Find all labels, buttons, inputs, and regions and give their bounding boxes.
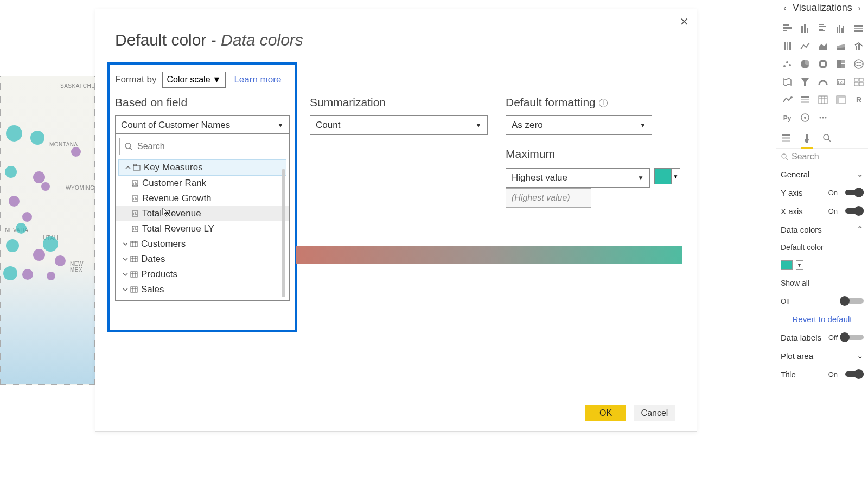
table-icon [129,255,139,263]
viz-more-icon[interactable] [815,110,831,125]
prop-general[interactable]: General⌄ [781,165,864,183]
fields-tab[interactable] [781,133,792,146]
viz-donut-icon[interactable] [815,56,831,72]
viz-kpi-icon[interactable] [780,92,795,107]
search-input[interactable] [137,142,280,151]
info-icon[interactable]: i [599,99,608,107]
tree-label: Customers [141,239,186,249]
viz-stacked-bar-icon[interactable] [780,21,795,36]
measure-icon [130,210,140,217]
tree-measure[interactable]: Customer Rank [116,176,289,191]
tree-table-sales[interactable]: Sales [116,282,289,297]
tree-measure[interactable]: Revenue Growth [116,191,289,206]
tree-measure-total-revenue[interactable]: Total Revenue [116,206,289,221]
based-on-field-select[interactable]: Count of Customer Names ▼ [115,115,290,135]
tree-measure[interactable]: Total Revenue LY [116,221,289,236]
viz-filled-map-icon[interactable] [780,74,795,89]
viz-python-icon[interactable]: Py [780,110,795,125]
prop-plot-area[interactable]: Plot area⌄ [781,346,864,365]
map-bubble [55,255,66,266]
svg-rect-39 [801,26,803,33]
viz-arcgis-icon[interactable] [797,110,813,125]
viz-table-icon[interactable] [815,92,831,107]
color-swatch [781,260,793,270]
max-color-picker[interactable]: ▼ [654,168,680,184]
viz-slicer-icon[interactable] [797,92,813,107]
search-icon [781,153,788,160]
format-tab[interactable] [801,133,812,146]
viz-stacked-area-icon[interactable] [833,38,848,54]
map-viz: SASKATCHEWAN MONTANA WYOMING NEVADA UTAH… [0,76,95,385]
panel-back-button[interactable]: ‹ [780,3,790,14]
prop-data-labels[interactable]: Data labelsOff [781,328,864,346]
svg-rect-94 [782,140,790,142]
conditional-formatting-dialog: ✕ Default color - Data colors Format by … [95,9,697,432]
toggle[interactable] [840,206,864,216]
prop-xaxis[interactable]: X axisOn [781,202,864,220]
close-button[interactable]: ✕ [676,14,692,30]
chevron-down-icon: ⌄ [857,351,864,361]
viz-matrix-icon[interactable] [833,92,848,107]
search-row[interactable] [119,138,285,155]
viz-line-column-icon[interactable] [851,38,866,54]
svg-point-60 [789,64,791,66]
learn-more-link[interactable]: Learn more [234,74,281,85]
tree-table-customers[interactable]: Customers [116,236,289,252]
measure-icon [130,180,140,187]
prop-data-colors[interactable]: Data colors⌃ [781,220,864,239]
prop-yaxis[interactable]: Y axisOn [781,183,864,202]
chevron-up-icon: ⌃ [857,224,864,234]
maximum-select[interactable]: Highest value▼ [506,168,650,188]
maximum-input[interactable]: (Highest value) [506,188,591,208]
search-icon [124,142,133,151]
svg-point-96 [824,134,829,140]
viz-stacked-column-icon[interactable] [797,21,813,36]
svg-point-63 [821,62,825,66]
summarization-select[interactable]: Count▼ [310,115,488,135]
format-search[interactable]: Search [781,152,864,162]
viz-gauge-icon[interactable] [815,74,831,89]
prop-default-color-swatch[interactable]: ▼ [781,256,864,274]
format-by-select[interactable]: Color scale▼ [162,72,226,88]
title-italic: Data colors [221,31,303,49]
tree-label: Key Measures [144,162,203,173]
viz-map-icon[interactable] [851,56,866,72]
viz-card-icon[interactable]: 123 [833,74,848,89]
viz-funnel-icon[interactable] [797,74,813,89]
chevron-down-icon: ⌄ [857,169,864,179]
revert-link[interactable]: Revert to default [781,310,864,328]
viz-line-icon[interactable] [797,38,813,54]
default-formatting-select[interactable]: As zero▼ [506,115,652,135]
svg-rect-50 [854,25,863,27]
tree-table-products[interactable]: Products [116,267,289,282]
viz-100-stacked-bar-icon[interactable] [851,21,866,36]
analytics-tab[interactable] [822,133,833,146]
panel-forward-button[interactable]: › [854,3,865,14]
toggle[interactable] [840,188,864,197]
viz-area-icon[interactable] [815,38,831,54]
viz-r-icon[interactable]: R [851,92,866,107]
viz-multicard-icon[interactable] [851,74,866,89]
toggle[interactable] [840,369,864,379]
tree-label: Total Revenue LY [142,223,214,234]
chevron-down-icon [122,256,129,262]
map-bubble [16,223,27,234]
svg-point-91 [825,117,827,119]
toggle[interactable] [840,296,864,306]
viz-treemap-icon[interactable] [833,56,848,72]
ok-button[interactable]: OK [585,405,626,421]
viz-clustered-bar-icon[interactable] [815,21,831,36]
scrollbar[interactable] [282,169,285,297]
tree-table-dates[interactable]: Dates [116,252,289,267]
viz-pie-icon[interactable] [797,56,813,72]
viz-clustered-column-icon[interactable] [833,21,848,36]
prop-show-all-toggle[interactable]: Off [781,292,864,310]
table-icon [129,271,139,278]
toggle[interactable] [840,332,864,342]
cancel-button[interactable]: Cancel [634,405,675,421]
tree-group-key-measures[interactable]: Key Measures [118,159,286,176]
viz-100-stacked-column-icon[interactable] [780,38,795,54]
svg-rect-28 [131,272,137,277]
prop-title[interactable]: TitleOn [781,365,864,383]
viz-scatter-icon[interactable] [780,56,795,72]
